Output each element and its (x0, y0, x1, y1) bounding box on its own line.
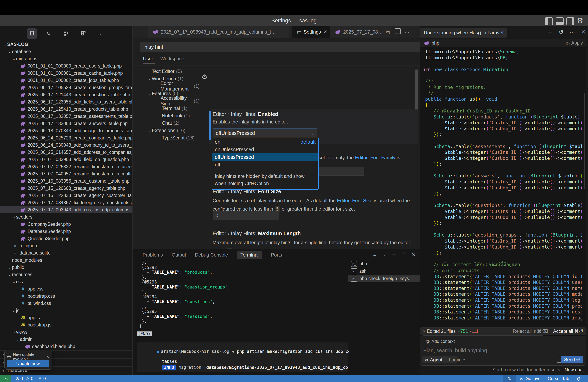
tab-migration-file[interactable]: 2025_07_17_093943_add_cus_ins_udp_column… (148, 26, 289, 38)
update-now-button[interactable]: Update now (7, 360, 49, 367)
terminal-session[interactable]: >_zsh (348, 267, 420, 275)
toc-item-notebook[interactable]: Notebook(1) (133, 112, 200, 119)
new-chat-icon[interactable]: ＋ (547, 29, 553, 36)
toc-item-editor-management[interactable]: Editor Management(1) (133, 82, 200, 90)
ports-status[interactable]: 0 (38, 376, 46, 381)
tree-file[interactable]: 0001_01_01_000000_create_users_table.php (0, 62, 132, 70)
tree-file[interactable]: 2025_07_01_033903_add_field_on_question.… (0, 156, 132, 163)
split-layout-icon[interactable] (395, 28, 401, 34)
close-panel-icon[interactable]: ✕ (412, 252, 416, 259)
chevron-down-icon[interactable]: ⌄ (95, 28, 106, 39)
setting-gear-icon[interactable]: ⚙ (202, 73, 207, 81)
problems-status[interactable]: ⊘0 ⚠0 (16, 376, 33, 381)
more-actions-icon[interactable]: ⋯ (570, 29, 575, 36)
toggle-panel-icon[interactable] (556, 17, 564, 25)
dropdown-option-offUnlessPressed[interactable]: offUnlessPressed (212, 153, 318, 161)
accept-all-button[interactable]: Accept all ⌘⏎ (553, 329, 583, 334)
more-actions-icon[interactable]: ⋯ (404, 29, 410, 35)
more-actions-icon[interactable]: ⋯ (392, 252, 397, 259)
tree-file[interactable]: 2025_06_24_030048_add_company_id_to_user… (0, 141, 132, 149)
tree-file[interactable]: 2025_07_15_122833_create_agency_customer… (0, 192, 132, 199)
notifications-bell-icon[interactable] (573, 375, 584, 382)
tree-folder-views[interactable]: ⌄views (0, 328, 132, 336)
new-terminal-icon[interactable]: ＋ (372, 252, 378, 259)
split-editor-icon[interactable]: ⧉ (386, 29, 390, 35)
tree-file[interactable]: 2025_06_17_123055_add_fields_to_users_ta… (0, 98, 132, 105)
tree-folder-node_modules[interactable]: ›node_modules (0, 257, 132, 264)
toc-item-extensions[interactable]: ⌄Extensions(16) (133, 127, 200, 134)
tab-workspace[interactable]: Workspace (160, 56, 184, 61)
tree-folder-css[interactable]: ⌄css (0, 278, 132, 285)
dropdown-option-off[interactable]: off (212, 161, 318, 169)
chat-tab-title[interactable]: Understanding whereHas() in Laravel (420, 28, 507, 38)
settings-gear-icon[interactable]: ⚙ (577, 17, 583, 25)
font-family-link[interactable]: Editor: Font Family (355, 155, 395, 160)
tree-file[interactable]: 2025_07_17_084357_fix_foreign_key_constr… (0, 199, 132, 206)
zoom-status-icon[interactable] (503, 375, 516, 382)
settings-search-input[interactable]: inlay hint 27 Settings Found ≡ₓ (140, 42, 420, 52)
terminal-session[interactable]: >_php check_foreign_keys... (348, 275, 420, 282)
tree-file[interactable]: 2025_06_17_121443_create_questions_table… (0, 91, 132, 98)
remote-indicator[interactable]: >< (0, 375, 11, 382)
panel-tab-terminal[interactable]: Terminal (237, 251, 262, 259)
add-context-chip[interactable]: @Add context (423, 338, 457, 345)
explorer-icon[interactable] (27, 28, 37, 39)
tree-file[interactable]: 2025_07_07_025322_rename_timestamp_in_us… (0, 163, 132, 170)
tree-file[interactable]: #bootstrap.css (0, 292, 132, 300)
search-icon[interactable] (44, 28, 54, 39)
tree-file[interactable]: CompanySeeder.php (0, 221, 132, 228)
tree-file[interactable]: #app.css (0, 285, 132, 292)
tab-migration-file-2[interactable]: 2025_07_17_084357_ (330, 26, 391, 38)
tree-folder-migrations[interactable]: ⌄migrations (0, 55, 132, 62)
tree-file[interactable]: 0001_01_01_000001_create_cache_table.php (0, 70, 132, 77)
tree-file[interactable]: 2025_06_17_132057_create_assessments_tab… (0, 113, 132, 120)
dropdown-option-on[interactable]: ondefault (212, 138, 318, 146)
close-panel-icon[interactable]: ✕ (581, 29, 586, 36)
terminal-session[interactable]: >_php (348, 260, 420, 267)
chat-input-box[interactable]: @Add context Plan, search, build anythin… (420, 336, 586, 366)
tree-file[interactable]: QuestionSeeder.php (0, 235, 132, 242)
font-size-input[interactable]: 0 (213, 211, 279, 220)
tree-folder-admin[interactable]: ⌄admin (0, 336, 132, 343)
panel-tab-ports[interactable]: Ports (271, 252, 282, 258)
toc-item-accessibility-sign-[interactable]: Accessibility Sign...(1) (133, 97, 200, 104)
enabled-dropdown[interactable]: offUnlessPressed⌄ (213, 128, 317, 138)
tree-file[interactable]: JSbootstrap.js (0, 321, 132, 328)
tree-file[interactable]: #tailwind.css (0, 300, 132, 307)
tree-file[interactable]: 2025_06_17_133003_create_answers_table.p… (0, 120, 132, 127)
tree-file[interactable]: 2025_06_17_125410_create_products_table.… (0, 105, 132, 113)
tab-user[interactable]: User (143, 56, 153, 61)
tree-file[interactable]: ◆.gitignore (0, 242, 132, 249)
tree-folder-public[interactable]: ›public (0, 264, 132, 271)
extensions-icon[interactable] (78, 28, 89, 39)
font-family-input[interactable] (318, 167, 364, 176)
tree-file[interactable]: DatabaseSeeder.php (0, 228, 132, 235)
tree-file[interactable]: 2025_06_17_105529_create_question_groups… (0, 84, 132, 91)
model-selector[interactable]: Auto ⌃ (452, 357, 465, 363)
maximize-panel-icon[interactable]: ⌃ (403, 252, 406, 259)
tree-file[interactable]: 2025_06_24_025723_create_companies_table… (0, 134, 132, 141)
tree-file[interactable]: 2025_07_07_040957_rename_timestamp_in_mu… (0, 170, 132, 177)
toggle-left-sidebar-icon[interactable] (545, 17, 553, 25)
tree-file[interactable]: 2025_07_15_120608_create_agency_table.ph… (0, 185, 132, 192)
panel-tab-output[interactable]: Output (172, 252, 186, 258)
cursor-tab-toggle[interactable]: Cursor Tab (544, 375, 573, 382)
tree-file[interactable]: dashboard.blade.php (0, 343, 132, 350)
tree-file[interactable]: 2025_07_15_083356_create_customer_table.… (0, 177, 132, 185)
apply-button[interactable]: ▷Apply (566, 40, 583, 46)
chevron-down-icon[interactable]: ⌄ (383, 252, 386, 259)
reject-all-button[interactable]: Reject all ⇧⌘⌫ (513, 329, 548, 334)
tree-folder-database[interactable]: ⌄database (0, 48, 132, 55)
vertical-scrollbar[interactable] (584, 93, 585, 189)
tree-file[interactable]: ≡database.sqlite (0, 249, 132, 257)
new-chat-button[interactable]: New chat (565, 367, 584, 372)
edited-files-bar[interactable]: › Edited 21 files +751 -111 Reject all ⇧… (420, 327, 586, 335)
tree-file[interactable]: 2025_06_18_070343_add_image_to_products_… (0, 127, 132, 134)
panel-tab-problems[interactable]: Problems (143, 252, 163, 258)
tree-file[interactable]: 2025_06_25_014657_add_address_to_compani… (0, 149, 132, 156)
source-control-icon[interactable] (61, 28, 71, 39)
tree-folder-js[interactable]: ⌄js (0, 307, 132, 314)
panel-tab-debug-console[interactable]: Debug Console (195, 252, 228, 258)
close-icon[interactable]: ✕ (46, 354, 49, 359)
tree-file[interactable]: 0001_01_01_000002_create_jobs_table.php (0, 77, 132, 84)
